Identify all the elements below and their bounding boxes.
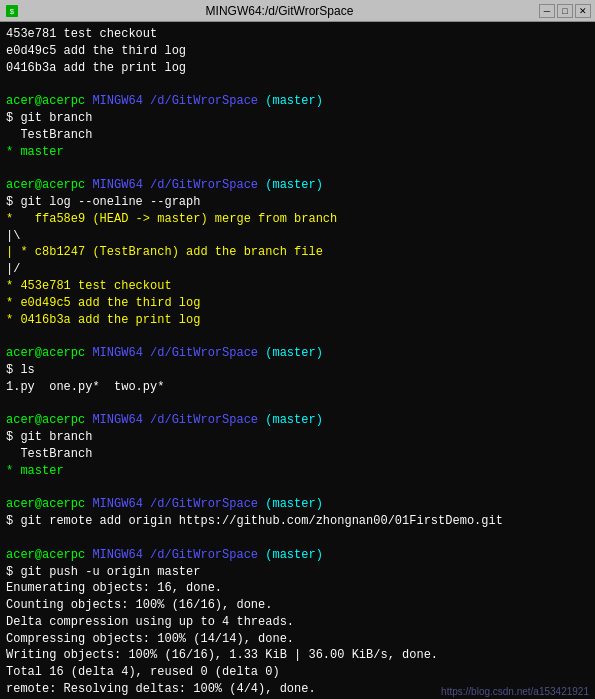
line-blank-6	[6, 530, 589, 547]
app-icon: $	[4, 3, 20, 19]
line-blank-4	[6, 396, 589, 413]
prompt-line-6: acer@acerpc MINGW64 /d/GitWrorSpace (mas…	[6, 547, 589, 564]
svg-text:$: $	[10, 7, 15, 16]
log-2: |\	[6, 228, 589, 245]
push-5: Writing objects: 100% (16/16), 1.33 KiB …	[6, 647, 589, 664]
line-blank-3	[6, 328, 589, 345]
push-3: Delta compression using up to 4 threads.	[6, 614, 589, 631]
cmd-6: $ git push -u origin master	[6, 564, 589, 581]
close-button[interactable]: ✕	[575, 4, 591, 18]
window-title: MINGW64:/d/GitWrorSpace	[20, 4, 539, 18]
line-2: e0d49c5 add the third log	[6, 43, 589, 60]
push-4: Compressing objects: 100% (14/14), done.	[6, 631, 589, 648]
window-controls: ─ □ ✕	[539, 4, 591, 18]
line-blank-5	[6, 480, 589, 497]
cmd-5: $ git remote add origin https://github.c…	[6, 513, 589, 530]
push-1: Enumerating objects: 16, done.	[6, 580, 589, 597]
log-3: | * c8b1247 (TestBranch) add the branch …	[6, 244, 589, 261]
minimize-button[interactable]: ─	[539, 4, 555, 18]
ls-output: 1.py one.py* two.py*	[6, 379, 589, 396]
cmd-2: $ git log --oneline --graph	[6, 194, 589, 211]
out-branch-1: TestBranch	[6, 127, 589, 144]
push-7: remote: Resolving deltas: 100% (4/4), do…	[6, 681, 589, 698]
log-4: |/	[6, 261, 589, 278]
line-blank-2	[6, 160, 589, 177]
cmd-4: $ git branch	[6, 429, 589, 446]
prompt-line-4: acer@acerpc MINGW64 /d/GitWrorSpace (mas…	[6, 412, 589, 429]
prompt-line-3: acer@acerpc MINGW64 /d/GitWrorSpace (mas…	[6, 345, 589, 362]
log-1: * ffa58e9 (HEAD -> master) merge from br…	[6, 211, 589, 228]
cmd-3: $ ls	[6, 362, 589, 379]
terminal-content: 453e781 test checkout e0d49c5 add the th…	[0, 22, 595, 699]
out-branch-2: TestBranch	[6, 446, 589, 463]
push-6: Total 16 (delta 4), reused 0 (delta 0)	[6, 664, 589, 681]
line-1: 453e781 test checkout	[6, 26, 589, 43]
titlebar: $ MINGW64:/d/GitWrorSpace ─ □ ✕	[0, 0, 595, 22]
push-2: Counting objects: 100% (16/16), done.	[6, 597, 589, 614]
log-5: * 453e781 test checkout	[6, 278, 589, 295]
prompt-line-1: acer@acerpc MINGW64 /d/GitWrorSpace (mas…	[6, 93, 589, 110]
line-3: 0416b3a add the print log	[6, 60, 589, 77]
line-blank-1	[6, 76, 589, 93]
log-6: * e0d49c5 add the third log	[6, 295, 589, 312]
cmd-1: $ git branch	[6, 110, 589, 127]
prompt-line-2: acer@acerpc MINGW64 /d/GitWrorSpace (mas…	[6, 177, 589, 194]
prompt-line-5: acer@acerpc MINGW64 /d/GitWrorSpace (mas…	[6, 496, 589, 513]
maximize-button[interactable]: □	[557, 4, 573, 18]
out-branch-master-2: * master	[6, 463, 589, 480]
log-7: * 0416b3a add the print log	[6, 312, 589, 329]
out-branch-master-1: * master	[6, 144, 589, 161]
